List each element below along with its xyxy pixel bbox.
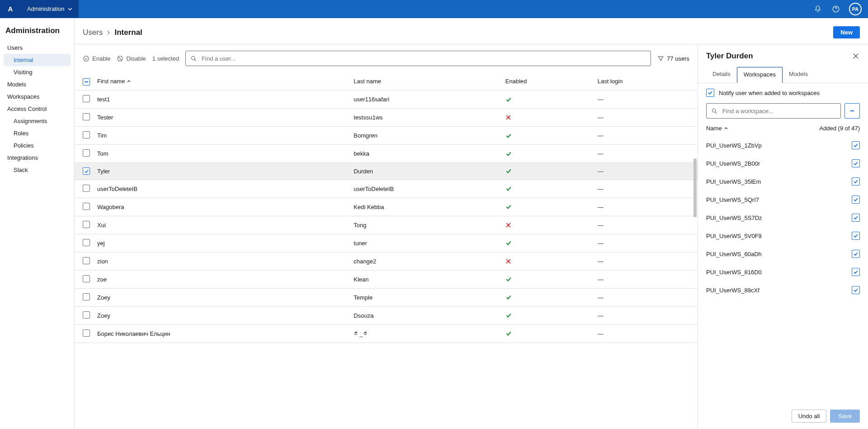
cell-first-name: Wagobera — [94, 198, 350, 216]
row-checkbox[interactable] — [83, 185, 90, 192]
workspace-checkbox[interactable] — [852, 177, 860, 186]
cell-last-login: — — [594, 127, 698, 145]
workspace-checkbox[interactable] — [852, 232, 860, 240]
col-last-login[interactable]: Last login — [598, 78, 623, 85]
cell-last-name: testssu1ws — [350, 109, 502, 127]
check-icon — [505, 294, 590, 300]
col-first-name[interactable]: First name — [97, 78, 346, 85]
cell-enabled — [502, 127, 594, 145]
sidebar: Administration UsersInternalVisitingMode… — [0, 18, 75, 429]
cell-first-name: Xui — [94, 216, 350, 234]
sidebar-subitem[interactable]: Roles — [4, 127, 71, 139]
row-checkbox[interactable] — [83, 167, 90, 175]
cell-first-name: Zoey — [94, 288, 350, 306]
row-checkbox[interactable] — [83, 95, 90, 102]
enable-label: Enable — [92, 55, 110, 62]
workspace-row: PUI_UserWS_5S7Dz — [706, 209, 860, 227]
row-checkbox[interactable] — [83, 131, 90, 138]
col-last-name[interactable]: Last name — [354, 78, 381, 85]
sidebar-item[interactable]: Integrations — [4, 152, 71, 164]
table-row[interactable]: zionchange2— — [75, 252, 698, 270]
sidebar-item[interactable]: Users — [4, 42, 71, 54]
workspace-checkbox[interactable] — [852, 214, 860, 222]
workspace-checkbox[interactable] — [852, 286, 860, 294]
user-search[interactable] — [185, 51, 651, 66]
app-switcher[interactable]: Administration — [21, 0, 79, 18]
table-row[interactable]: XuiTong— — [75, 216, 698, 234]
sort-asc-icon — [724, 126, 728, 131]
sidebar-subitem[interactable]: Policies — [4, 139, 71, 152]
tab-details[interactable]: Details — [706, 67, 737, 83]
cell-last-name: bekka — [350, 145, 502, 163]
check-icon — [505, 312, 590, 319]
row-checkbox[interactable] — [83, 113, 90, 120]
workspace-name: PUI_UserWS_2B00r — [706, 160, 760, 167]
table-row[interactable]: ZoeyTemple— — [75, 288, 698, 306]
workspace-checkbox[interactable] — [852, 195, 860, 204]
sidebar-subitem[interactable]: Assignments — [4, 115, 71, 127]
breadcrumb-parent[interactable]: Users — [83, 28, 103, 37]
select-all-checkbox[interactable] — [83, 78, 90, 86]
sidebar-subitem[interactable]: Internal — [4, 54, 71, 66]
row-checkbox[interactable] — [83, 221, 90, 228]
check-icon — [505, 204, 590, 210]
row-checkbox[interactable] — [83, 329, 90, 337]
workspace-search[interactable] — [706, 103, 841, 119]
table-row[interactable]: Tombekka— — [75, 145, 698, 163]
row-checkbox[interactable] — [83, 257, 90, 264]
user-avatar[interactable]: PA — [849, 3, 862, 15]
scrollbar[interactable] — [693, 158, 697, 217]
row-checkbox[interactable] — [83, 203, 90, 210]
workspace-checkbox[interactable] — [852, 159, 860, 167]
cell-first-name: Zoey — [94, 306, 350, 324]
table-row[interactable]: Борис Николаевич Ельцинಠ_ಠ— — [75, 324, 698, 343]
table-row[interactable]: yejtuner— — [75, 234, 698, 252]
table-row[interactable]: userToDeleteIBuserToDeleteIB— — [75, 180, 698, 198]
filter-icon — [657, 55, 664, 62]
notify-checkbox[interactable] — [706, 89, 714, 97]
table-row[interactable]: zoeKlean— — [75, 270, 698, 288]
table-row[interactable]: Testertestssu1ws— — [75, 109, 698, 127]
tab-models[interactable]: Models — [783, 67, 814, 83]
sidebar-subitem[interactable]: Slack — [4, 164, 71, 176]
col-enabled[interactable]: Enabled — [505, 78, 527, 85]
user-search-input[interactable] — [201, 55, 646, 62]
cell-last-name: change2 — [350, 252, 502, 270]
filter-button[interactable]: 77 users — [657, 55, 689, 62]
notifications-icon[interactable] — [813, 4, 823, 14]
tab-workspaces[interactable]: Workspaces — [737, 67, 783, 83]
cell-last-name: Kedi Kebba — [350, 198, 502, 216]
workspace-checkbox[interactable] — [852, 268, 860, 276]
table-row[interactable]: TimBomgren— — [75, 127, 698, 145]
help-icon[interactable] — [831, 4, 841, 14]
col-first-name-label: First name — [97, 78, 125, 85]
table-row[interactable]: ZoeyDsouza— — [75, 306, 698, 324]
save-button[interactable]: Save — [830, 410, 860, 423]
row-checkbox[interactable] — [83, 239, 90, 246]
enable-button[interactable]: Enable — [83, 55, 110, 62]
table-row[interactable]: WagoberaKedi Kebba— — [75, 198, 698, 216]
sidebar-item[interactable]: Models — [4, 78, 71, 91]
sidebar-item[interactable]: Workspaces — [4, 91, 71, 103]
workspace-search-input[interactable] — [722, 107, 836, 115]
row-checkbox[interactable] — [83, 311, 90, 319]
app-logo[interactable]: A — [0, 0, 21, 18]
table-row[interactable]: TylerDurden— — [75, 163, 698, 180]
ws-sort-name[interactable]: Name — [706, 125, 728, 132]
row-checkbox[interactable] — [83, 275, 90, 282]
workspace-checkbox[interactable] — [852, 141, 860, 149]
disable-label: Disable — [126, 55, 146, 62]
topbar: A Administration PA — [0, 0, 868, 18]
new-button[interactable]: New — [833, 26, 860, 38]
workspace-checkbox[interactable] — [852, 250, 860, 258]
table-row[interactable]: test1user116safari— — [75, 91, 698, 109]
sidebar-item[interactable]: Access Control — [4, 103, 71, 115]
disable-button[interactable]: Disable — [117, 55, 146, 62]
sidebar-subitem[interactable]: Visiting — [4, 66, 71, 78]
row-checkbox[interactable] — [83, 293, 90, 300]
workspace-name: PUI_UserWS_5V0F9 — [706, 233, 762, 239]
close-icon[interactable] — [852, 52, 860, 60]
row-checkbox[interactable] — [83, 149, 90, 157]
undo-all-button[interactable]: Undo all — [792, 410, 827, 423]
deselect-all-button[interactable] — [844, 103, 860, 119]
